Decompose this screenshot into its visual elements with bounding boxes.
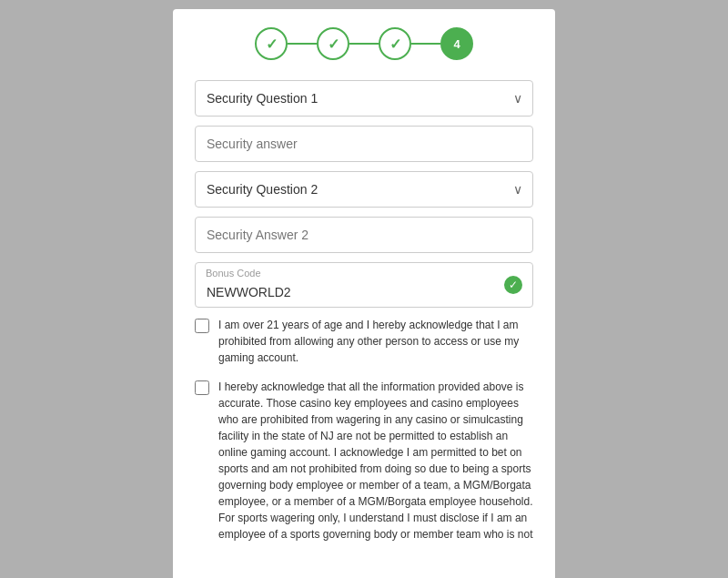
bonus-code-group: Bonus Code ✓ [195,262,533,308]
checkbox-age-group: I am over 21 years of age and I hereby a… [195,317,533,366]
security-question-1-select[interactable]: Security Question 1 [195,80,533,117]
step-2-check: ✓ [328,35,339,53]
checkbox-acknowledge-text: I hereby acknowledge that all the inform… [218,379,533,543]
security-answer-2-input[interactable] [195,217,533,253]
step-line-3 [411,43,440,45]
step-1-check: ✓ [266,35,278,53]
bonus-code-label: Bonus Code [206,268,261,279]
step-1: ✓ [255,27,288,60]
security-answer-1-group [195,126,533,162]
security-answer-2-group [195,217,533,253]
security-question-2-select[interactable]: Security Question 2 [195,171,533,208]
step-4: 4 [440,27,473,60]
bonus-check-icon: ✓ [504,276,522,294]
step-2: ✓ [317,27,349,60]
registration-card: ✓ ✓ ✓ 4 Security Question 1 [173,9,555,578]
step-line-2 [349,43,379,45]
checkbox-age[interactable] [195,319,209,333]
checkbox-acknowledge[interactable] [195,380,209,395]
step-line-1 [288,43,317,45]
security-question-1-wrapper: Security Question 1 [195,80,533,117]
page-container: ✓ ✓ ✓ 4 Security Question 1 [0,0,728,578]
checkbox-age-text: I am over 21 years of age and I hereby a… [218,317,533,366]
stepper: ✓ ✓ ✓ 4 [195,27,533,60]
step-3: ✓ [379,27,411,60]
security-answer-1-input[interactable] [195,126,533,162]
security-question-2-group: Security Question 2 [195,171,533,208]
checkbox-acknowledge-group: I hereby acknowledge that all the inform… [195,379,533,543]
step-3-check: ✓ [389,35,401,53]
security-question-2-wrapper: Security Question 2 [195,171,533,208]
security-question-1-group: Security Question 1 [195,80,533,117]
step-4-label: 4 [453,37,460,51]
